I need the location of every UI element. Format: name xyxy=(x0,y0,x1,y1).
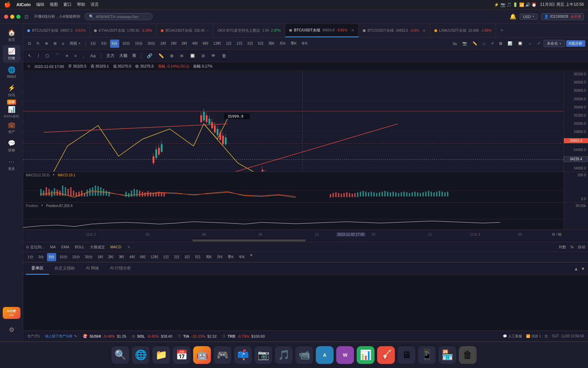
period-1d[interactable]: 1日 xyxy=(224,40,233,48)
tab-btc-usdt-3[interactable]: BTC/USDT永续 34662.5 -0.8% ✕ xyxy=(359,24,430,37)
panel-collapse-down[interactable]: ▼ xyxy=(581,266,585,271)
tab-okx-multi[interactable]: OKX-BTC多空持仓人数比 1.04 2.97% xyxy=(213,24,285,37)
period-weekly[interactable]: 周K xyxy=(267,40,276,48)
draw-plus-btn[interactable]: ⊕ xyxy=(168,51,176,60)
scroll-thumb[interactable] xyxy=(192,239,306,241)
period-selector[interactable]: 周期 ▼ xyxy=(67,39,83,48)
status-chain[interactable]: 链上链下资产分析 ✎ xyxy=(45,334,77,339)
period-b-6h[interactable]: 6时 xyxy=(138,253,148,261)
dock-calendar[interactable]: 📅 xyxy=(173,346,190,364)
tab-add-button[interactable]: + xyxy=(496,27,508,34)
period-3d[interactable]: 3日 xyxy=(246,40,255,48)
ai-analysis-button[interactable]: AI分析 VIP xyxy=(3,307,20,319)
sidebar-item-settings[interactable]: ⚙ xyxy=(3,321,20,339)
draw-pencil-btn[interactable]: ✏️ xyxy=(156,51,166,60)
period-b-quarterly[interactable]: 季K xyxy=(226,253,235,261)
tab-btc-usdt-2[interactable]: BTC/USDT永续 34654.8 -0.81% ✕ xyxy=(285,24,359,37)
dock-mail[interactable]: 📫 xyxy=(234,346,252,364)
toolbar-kline-btn[interactable]: K线分析 xyxy=(566,40,585,47)
toolbar-cross-btn[interactable]: ⊠ xyxy=(497,39,504,48)
tab-close-6[interactable]: ✕ xyxy=(422,28,426,33)
service-label[interactable]: 💬 人工客服 xyxy=(503,334,522,339)
dock-finder[interactable]: 🔍 xyxy=(111,346,129,364)
draw-box-btn[interactable]: 🔲 xyxy=(188,51,197,60)
period-1h[interactable]: 1时 xyxy=(158,40,168,48)
ma-button[interactable]: MA xyxy=(50,245,56,249)
macd-button[interactable]: MACD xyxy=(110,245,121,249)
period-b-1h[interactable]: 1时 xyxy=(96,253,105,261)
chart-canvas[interactable]: 35999.9 34076.0 xyxy=(23,71,563,172)
menu-edit[interactable]: 编辑 xyxy=(36,2,44,8)
volume-button[interactable]: 大额成交 xyxy=(90,245,105,250)
percent-button[interactable]: % xyxy=(570,245,574,250)
period-yearly[interactable]: 年K xyxy=(300,40,309,48)
draw-cursor-btn[interactable]: ↖ xyxy=(26,51,34,60)
dock-app3[interactable]: 📊 xyxy=(357,346,374,364)
period-5m[interactable]: 5分 xyxy=(110,40,119,48)
draw-chou-btn[interactable]: 筹 xyxy=(131,53,138,59)
period-b-30m[interactable]: 30分 xyxy=(83,253,94,261)
period-b-5m[interactable]: 5分 xyxy=(47,253,56,261)
toolbar-draw-btn[interactable]: ✏️ xyxy=(470,39,479,48)
period-quarterly[interactable]: 季K xyxy=(289,40,298,48)
dock-music[interactable]: 🎵 xyxy=(275,346,293,364)
toolbar-frame-btn[interactable]: 🔲 xyxy=(516,39,525,48)
period-b-5d[interactable]: 5日 xyxy=(193,253,202,261)
period-b-3m[interactable]: 3分 xyxy=(36,253,46,261)
ai-tab-grid[interactable]: AI 网格 xyxy=(80,263,105,275)
dock-app6[interactable]: 📱 xyxy=(418,346,436,364)
dock-app5[interactable]: 🖥 xyxy=(398,346,415,364)
toolbar-refresh-btn[interactable]: ↻ xyxy=(34,39,42,48)
chart-scrollbar[interactable] xyxy=(23,239,588,242)
dock-trash[interactable]: 🗑 xyxy=(459,346,477,364)
toolbar-target-btn[interactable]: ⊕ xyxy=(43,39,50,48)
apple-icon[interactable]: 🍎 xyxy=(4,1,11,8)
period-b-monthly[interactable]: 月K xyxy=(215,253,225,261)
sidebar-item-profit[interactable]: 超赚 📊 年83%套利 xyxy=(3,100,20,118)
dock-app1[interactable]: A xyxy=(316,346,334,364)
draw-zhu-btn[interactable]: 主力 xyxy=(105,53,116,59)
menu-help[interactable]: 帮助 xyxy=(77,2,85,8)
sidebar-item-more[interactable]: ⋯ 更多 xyxy=(3,156,20,173)
menu-view[interactable]: 视图 xyxy=(50,2,58,8)
period-b-1m[interactable]: 1分 xyxy=(26,253,35,261)
draw-wave-btn[interactable]: ≋ xyxy=(178,51,186,60)
toolbar-timer-btn[interactable]: 0s xyxy=(451,39,459,48)
period-30m[interactable]: 30分 xyxy=(146,40,157,48)
menu-lang[interactable]: 语言 xyxy=(91,2,99,8)
panel-collapse-up[interactable]: ▲ xyxy=(574,266,578,271)
log-button[interactable]: 对数 xyxy=(559,245,566,250)
dock-game[interactable]: 🎮 xyxy=(214,346,231,364)
period-b-4h[interactable]: 4时 xyxy=(128,253,137,261)
period-bar-close[interactable]: ✕ xyxy=(248,253,254,261)
currency-selector[interactable]: USD ▼ xyxy=(520,14,538,20)
sidebar-item-market[interactable]: 📈 行情 xyxy=(3,45,20,63)
sidebar-item-web3[interactable]: 🌐 Web3 xyxy=(3,63,20,81)
dock-safari[interactable]: 🌐 xyxy=(132,346,150,364)
tab-bch-usdt[interactable]: BCH/USDT永续 235.40 -- xyxy=(157,24,214,37)
draw-da-btn[interactable]: 大额 xyxy=(118,53,129,59)
ai-tab-analysis[interactable]: AI 行情分析 xyxy=(105,263,137,275)
toolbar-icon-btn[interactable]: ⊡ xyxy=(26,39,33,48)
period-2d[interactable]: 2日 xyxy=(235,40,244,48)
draw-view-btn[interactable]: 👁 xyxy=(209,51,218,60)
draw-grid-btn[interactable]: ⌗ xyxy=(72,51,79,60)
period-b-3d[interactable]: 3日 xyxy=(183,253,192,261)
toolbar-expand-h-btn[interactable]: ↔ xyxy=(526,39,534,48)
period-1m[interactable]: 1分 xyxy=(89,40,98,48)
locate-button[interactable]: ⊙ 定位到... xyxy=(26,245,45,250)
period-5d[interactable]: 5日 xyxy=(256,40,265,48)
toolbar-unnamed-btn[interactable]: 未命名 ▼ xyxy=(544,40,565,47)
period-b-3h[interactable]: 3时 xyxy=(117,253,126,261)
indicator-edit-icon[interactable]: ✎ xyxy=(127,245,130,249)
toolbar-layout-btn[interactable]: ≡ xyxy=(60,39,66,48)
toolbar-expand-btn[interactable]: ⤢ xyxy=(535,39,542,48)
draw-multi-btn[interactable]: ≡ xyxy=(64,51,71,60)
toolbar-arrow-btn[interactable]: ↗ xyxy=(489,39,496,48)
close-window-button[interactable] xyxy=(4,15,8,19)
period-2h[interactable]: 2时 xyxy=(169,40,179,48)
dock-store[interactable]: 🏪 xyxy=(438,346,456,364)
bell-icon[interactable]: 🔔 xyxy=(510,13,516,20)
dock-app4[interactable]: 🎸 xyxy=(377,346,395,364)
ai-tab-order[interactable]: 委单区 xyxy=(26,263,49,275)
